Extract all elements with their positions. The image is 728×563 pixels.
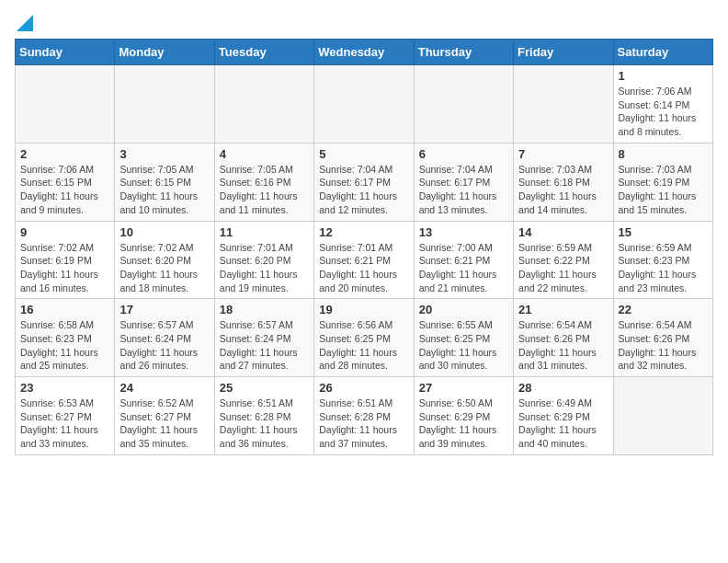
week-row-4: 23Sunrise: 6:53 AM Sunset: 6:27 PM Dayli… [16,377,713,455]
day-cell-25: 25Sunrise: 6:51 AM Sunset: 6:28 PM Dayli… [214,377,313,455]
day-info: Sunrise: 7:05 AM Sunset: 6:16 PM Dayligh… [220,163,309,217]
week-row-2: 9Sunrise: 7:02 AM Sunset: 6:19 PM Daylig… [16,221,713,299]
day-number: 18 [220,303,309,316]
day-info: Sunrise: 6:58 AM Sunset: 6:23 PM Dayligh… [20,318,109,373]
day-cell-22: 22Sunrise: 6:54 AM Sunset: 6:26 PM Dayli… [613,299,712,377]
day-cell-2: 2Sunrise: 7:06 AM Sunset: 6:15 PM Daylig… [16,143,115,221]
day-cell-18: 18Sunrise: 6:57 AM Sunset: 6:24 PM Dayli… [214,299,313,377]
day-cell-6: 6Sunrise: 7:04 AM Sunset: 6:17 PM Daylig… [414,143,513,221]
weekday-header-wednesday: Wednesday [314,40,414,65]
day-info: Sunrise: 6:50 AM Sunset: 6:29 PM Dayligh… [419,396,508,451]
day-number: 15 [619,225,708,239]
day-number: 2 [20,147,109,161]
empty-cell [613,377,712,455]
week-row-1: 2Sunrise: 7:06 AM Sunset: 6:15 PM Daylig… [16,143,713,221]
day-cell-5: 5Sunrise: 7:04 AM Sunset: 6:17 PM Daylig… [314,143,414,221]
empty-cell [514,65,613,144]
empty-cell [314,65,414,144]
day-info: Sunrise: 6:51 AM Sunset: 6:28 PM Dayligh… [220,396,309,451]
day-info: Sunrise: 7:03 AM Sunset: 6:19 PM Dayligh… [619,163,708,217]
day-info: Sunrise: 6:52 AM Sunset: 6:27 PM Dayligh… [119,396,209,451]
day-info: Sunrise: 6:51 AM Sunset: 6:28 PM Dayligh… [319,396,408,451]
day-info: Sunrise: 6:54 AM Sunset: 6:26 PM Dayligh… [619,318,708,373]
empty-cell [414,65,513,144]
day-number: 7 [518,147,608,161]
empty-cell [214,65,313,144]
day-info: Sunrise: 6:54 AM Sunset: 6:26 PM Dayligh… [518,318,608,373]
logo [15,18,33,31]
day-cell-23: 23Sunrise: 6:53 AM Sunset: 6:27 PM Dayli… [16,377,115,455]
weekday-header-row: SundayMondayTuesdayWednesdayThursdayFrid… [16,40,713,65]
day-info: Sunrise: 7:02 AM Sunset: 6:19 PM Dayligh… [20,241,109,295]
day-info: Sunrise: 7:02 AM Sunset: 6:20 PM Dayligh… [119,241,209,295]
day-info: Sunrise: 7:06 AM Sunset: 6:15 PM Dayligh… [20,163,109,217]
day-cell-4: 4Sunrise: 7:05 AM Sunset: 6:16 PM Daylig… [214,143,313,221]
day-number: 3 [119,147,209,161]
day-cell-12: 12Sunrise: 7:01 AM Sunset: 6:21 PM Dayli… [314,221,414,299]
week-row-3: 16Sunrise: 6:58 AM Sunset: 6:23 PM Dayli… [16,299,713,377]
day-info: Sunrise: 7:05 AM Sunset: 6:15 PM Dayligh… [119,163,209,217]
day-number: 14 [518,225,608,239]
weekday-header-saturday: Saturday [613,40,712,65]
day-number: 19 [319,303,408,316]
day-number: 27 [419,381,508,395]
day-info: Sunrise: 7:00 AM Sunset: 6:21 PM Dayligh… [419,241,508,295]
day-cell-16: 16Sunrise: 6:58 AM Sunset: 6:23 PM Dayli… [16,299,115,377]
day-info: Sunrise: 6:59 AM Sunset: 6:23 PM Dayligh… [619,241,708,295]
day-cell-28: 28Sunrise: 6:49 AM Sunset: 6:29 PM Dayli… [514,377,613,455]
day-cell-17: 17Sunrise: 6:57 AM Sunset: 6:24 PM Dayli… [115,299,214,377]
logo-icon [17,15,33,31]
weekday-header-friday: Friday [514,40,613,65]
day-cell-3: 3Sunrise: 7:05 AM Sunset: 6:15 PM Daylig… [115,143,214,221]
day-number: 6 [419,147,508,161]
day-number: 26 [319,381,408,395]
empty-cell [115,65,214,144]
day-number: 28 [518,381,608,395]
day-cell-1: 1Sunrise: 7:06 AM Sunset: 6:14 PM Daylig… [613,65,712,144]
weekday-header-monday: Monday [115,40,214,65]
day-number: 21 [518,303,608,316]
day-number: 11 [220,225,309,239]
day-info: Sunrise: 7:03 AM Sunset: 6:18 PM Dayligh… [518,163,608,217]
empty-cell [16,65,115,144]
day-number: 20 [419,303,508,316]
day-number: 22 [619,303,708,316]
day-cell-11: 11Sunrise: 7:01 AM Sunset: 6:20 PM Dayli… [214,221,313,299]
day-cell-20: 20Sunrise: 6:55 AM Sunset: 6:25 PM Dayli… [414,299,513,377]
day-info: Sunrise: 7:01 AM Sunset: 6:21 PM Dayligh… [319,241,408,295]
day-info: Sunrise: 7:01 AM Sunset: 6:20 PM Dayligh… [220,241,309,295]
day-cell-13: 13Sunrise: 7:00 AM Sunset: 6:21 PM Dayli… [414,221,513,299]
day-info: Sunrise: 7:06 AM Sunset: 6:14 PM Dayligh… [619,85,708,139]
day-number: 5 [319,147,408,161]
day-number: 12 [319,225,408,239]
day-cell-8: 8Sunrise: 7:03 AM Sunset: 6:19 PM Daylig… [613,143,712,221]
day-number: 1 [619,69,708,83]
day-info: Sunrise: 6:59 AM Sunset: 6:22 PM Dayligh… [518,241,608,295]
day-cell-24: 24Sunrise: 6:52 AM Sunset: 6:27 PM Dayli… [115,377,214,455]
day-cell-26: 26Sunrise: 6:51 AM Sunset: 6:28 PM Dayli… [314,377,414,455]
weekday-header-tuesday: Tuesday [214,40,313,65]
day-cell-10: 10Sunrise: 7:02 AM Sunset: 6:20 PM Dayli… [115,221,214,299]
day-number: 17 [119,303,209,316]
day-info: Sunrise: 6:49 AM Sunset: 6:29 PM Dayligh… [518,396,608,451]
weekday-header-thursday: Thursday [414,40,513,65]
day-info: Sunrise: 6:55 AM Sunset: 6:25 PM Dayligh… [419,318,508,373]
day-info: Sunrise: 7:04 AM Sunset: 6:17 PM Dayligh… [319,163,408,217]
day-number: 4 [220,147,309,161]
day-number: 25 [220,381,309,395]
day-info: Sunrise: 6:57 AM Sunset: 6:24 PM Dayligh… [119,318,209,373]
day-cell-15: 15Sunrise: 6:59 AM Sunset: 6:23 PM Dayli… [613,221,712,299]
weekday-header-sunday: Sunday [16,40,115,65]
day-number: 13 [419,225,508,239]
day-info: Sunrise: 7:04 AM Sunset: 6:17 PM Dayligh… [419,163,508,217]
calendar-table: SundayMondayTuesdayWednesdayThursdayFrid… [15,39,713,455]
week-row-0: 1Sunrise: 7:06 AM Sunset: 6:14 PM Daylig… [16,65,713,144]
day-cell-27: 27Sunrise: 6:50 AM Sunset: 6:29 PM Dayli… [414,377,513,455]
day-number: 23 [20,381,109,395]
day-info: Sunrise: 6:53 AM Sunset: 6:27 PM Dayligh… [20,396,109,451]
day-number: 24 [119,381,209,395]
day-number: 16 [20,303,109,316]
day-info: Sunrise: 6:56 AM Sunset: 6:25 PM Dayligh… [319,318,408,373]
day-info: Sunrise: 6:57 AM Sunset: 6:24 PM Dayligh… [220,318,309,373]
day-number: 8 [619,147,708,161]
